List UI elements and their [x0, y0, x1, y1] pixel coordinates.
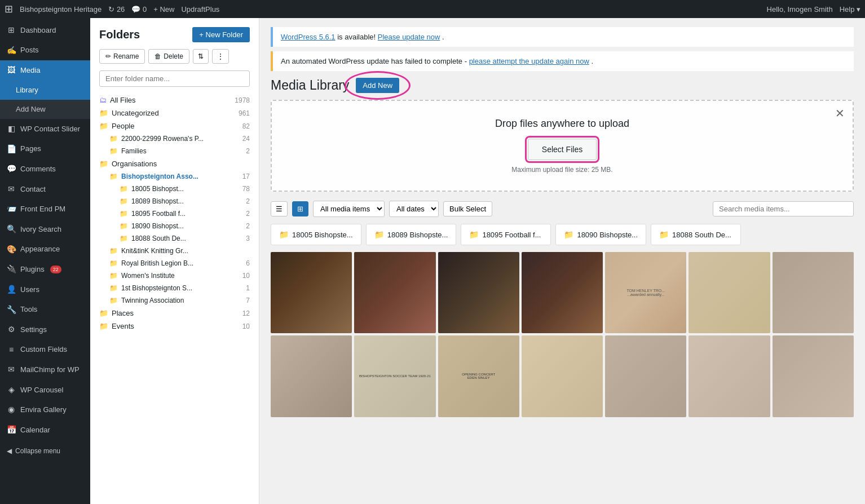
media-thumb-11[interactable] [522, 335, 603, 417]
media-thumb-1[interactable] [271, 252, 352, 333]
media-folder-18095[interactable]: 📁 18095 Football f... [461, 224, 551, 245]
media-thumb-4[interactable] [522, 252, 603, 333]
attempt-update-link[interactable]: please attempt the update again now [469, 57, 589, 65]
folder-item-uncategorized[interactable]: 📁 Uncategorized 961 [99, 107, 250, 120]
folder-item-organisations[interactable]: 📁 Organisations [99, 157, 250, 170]
more-options-button[interactable]: ⋮ [212, 49, 229, 64]
folder-item-events[interactable]: 📁 Events 10 [99, 320, 250, 333]
sidebar-item-calendar[interactable]: 📅 Calendar [0, 420, 90, 440]
media-thumb-7[interactable] [773, 252, 854, 333]
wp-version-link[interactable]: WordPress 5.6.1 [281, 33, 336, 41]
please-update-link[interactable]: Please update now [378, 33, 440, 41]
sidebar-item-front-end-pm[interactable]: 📨 Front End PM [0, 200, 90, 220]
folder-item-places[interactable]: 📁 Places 12 [99, 307, 250, 320]
tools-icon: 🔧 [7, 304, 16, 316]
subfolder-18088[interactable]: 📁 18088 South De... 3 [120, 232, 250, 245]
subfolder-18005[interactable]: 📁 18005 Bishopst... 78 [120, 183, 250, 195]
subfolder-families[interactable]: 📁 Families 2 [109, 145, 250, 157]
media-thumb-6[interactable] [689, 252, 770, 333]
sidebar-item-media[interactable]: 🖼 Media [0, 60, 90, 81]
media-thumb-9[interactable]: BISHOPSTEIGNTON SOCCER TEAM 1920-21 [354, 335, 435, 417]
sidebar-item-ivory-search[interactable]: 🔍 Ivory Search [0, 219, 90, 240]
subfolder-18090[interactable]: 📁 18090 Bishopst... 2 [120, 220, 250, 232]
grid-view-button[interactable]: ⊞ [292, 201, 308, 216]
add-new-button[interactable]: Add New [356, 78, 399, 93]
help-button[interactable]: Help ▾ [840, 5, 860, 14]
sort-button[interactable]: ⇅ [193, 49, 209, 64]
media-folder-18005[interactable]: 📁 18005 Bishopste... [271, 224, 361, 245]
sidebar-item-tools[interactable]: 🔧 Tools [0, 300, 90, 320]
pages-icon: 📄 [7, 144, 16, 155]
rename-button[interactable]: ✏ Rename [99, 49, 145, 64]
date-filter[interactable]: All dates [389, 201, 439, 217]
folders-panel: Folders + New Folder ✏ Rename 🗑 Delete ⇅… [90, 18, 259, 504]
subfolder-womens-institute[interactable]: 📁 Women's Institute 10 [109, 269, 250, 282]
user-greeting[interactable]: Hello, Imogen Smith [767, 5, 833, 14]
list-view-button[interactable]: ☰ [271, 201, 288, 216]
sidebar-item-library[interactable]: Library [0, 81, 90, 100]
sidebar-item-settings[interactable]: ⚙ Settings [0, 320, 90, 340]
update-count[interactable]: ↻ 26 [108, 5, 125, 14]
media-thumb-8[interactable] [271, 335, 352, 417]
subfolder-18095[interactable]: 📁 18095 Football f... 2 [120, 207, 250, 220]
sidebar-item-wp-contact-slider[interactable]: ◧ WP Contact Slider [0, 119, 90, 139]
media-folder-18090[interactable]: 📁 18090 Bishopste... [555, 224, 646, 245]
folder-item-all-files[interactable]: 🗂 All Files 1978 [99, 94, 250, 107]
comments-bar-item[interactable]: 💬 0 [131, 5, 147, 14]
folder-name-all-files: All Files [110, 96, 235, 104]
calendar-icon: 📅 [7, 425, 16, 436]
subfolder-twinning[interactable]: 📁 Twinning Association 7 [109, 294, 250, 307]
sidebar-item-appearance[interactable]: 🎨 Appearance [0, 240, 90, 260]
media-type-filter[interactable]: All media items [313, 201, 385, 217]
media-folder-18088[interactable]: 📁 18088 South De... [651, 224, 741, 245]
subfolder-count-royal-british: 6 [246, 259, 250, 267]
subfolder-name-18090: 18090 Bishopst... [131, 222, 246, 230]
media-thumb-14[interactable] [773, 335, 854, 417]
sidebar-item-envira-gallery[interactable]: ◉ Envira Gallery [0, 400, 90, 420]
sidebar-item-users[interactable]: 👤 Users [0, 280, 90, 300]
subfolder-bishopsteignton-asso[interactable]: 📁 Bishopsteignton Asso... 17 [109, 170, 250, 183]
sidebar-item-posts[interactable]: ✍ Posts [0, 41, 90, 61]
media-thumb-5[interactable]: TOM HENLEY TRO......awarded annually... [605, 252, 686, 333]
sidebar-item-plugins[interactable]: 🔌 Plugins 22 [0, 259, 90, 280]
subfolder-knitting[interactable]: 📁 Knit&tinK Knitting Gr... [109, 245, 250, 257]
wp-logo-icon[interactable]: ⊞ [5, 3, 13, 15]
subfolder-count-twinning: 7 [246, 297, 250, 304]
folder-search-input[interactable] [99, 70, 250, 87]
site-name[interactable]: Bishopsteignton Heritage [20, 5, 101, 14]
media-thumb-12[interactable] [605, 335, 686, 417]
sidebar-label-front-end-pm: Front End PM [20, 204, 65, 214]
delete-button[interactable]: 🗑 Delete [148, 49, 189, 64]
close-upload-button[interactable]: ✕ [835, 107, 845, 120]
sidebar-item-add-new[interactable]: Add New [0, 100, 90, 119]
media-search-input[interactable] [713, 201, 854, 216]
select-files-button[interactable]: Select Files [528, 139, 597, 160]
media-folder-18089[interactable]: 📁 18089 Bishopste... [366, 224, 457, 245]
media-thumb-13[interactable] [689, 335, 770, 417]
subfolder-icon-18005: 📁 [120, 185, 128, 193]
folder-item-people[interactable]: 📁 People 82 [99, 120, 250, 132]
sidebar-item-dashboard[interactable]: ⊞ Dashboard [0, 20, 90, 41]
subfolder-royal-british[interactable]: 📁 Royal British Legion B... 6 [109, 257, 250, 269]
bulk-select-button[interactable]: Bulk Select [443, 201, 492, 216]
new-content-bar-item[interactable]: + New [153, 5, 174, 14]
subfolder-18089[interactable]: 📁 18089 Bishopst... 2 [120, 195, 250, 207]
new-folder-button[interactable]: + New Folder [192, 27, 250, 42]
subfolder-rowenas[interactable]: 📁 22000-22999 Rowena's P... 24 [109, 132, 250, 145]
subfolder-icon-royal-british: 📁 [109, 259, 118, 267]
subfolder-1st-bishopsteignton[interactable]: 📁 1st Bishopsteignton S... 1 [109, 282, 250, 294]
sidebar-item-contact[interactable]: ✉ Contact [0, 179, 90, 200]
sidebar-item-wp-carousel[interactable]: ◈ WP Carousel [0, 380, 90, 400]
sidebar-item-mailchimp[interactable]: ✉ MailChimp for WP [0, 360, 90, 380]
media-thumb-10[interactable]: OPENING CONCERTEDEN SINLEY [438, 335, 519, 417]
media-thumb-2[interactable] [354, 252, 435, 333]
media-grid: TOM HENLEY TRO......awarded annually... … [271, 252, 854, 417]
sidebar-item-comments[interactable]: 💬 Comments [0, 159, 90, 179]
media-thumb-3[interactable] [438, 252, 519, 333]
sidebar-item-pages[interactable]: 📄 Pages [0, 139, 90, 160]
collapse-menu-button[interactable]: ◀ Collapse menu [0, 440, 90, 462]
updraftplus-bar-item[interactable]: UpdraftPlus [181, 5, 219, 14]
folder-icon-places: 📁 [99, 309, 108, 317]
media-folder-icon-18095: 📁 [469, 230, 479, 239]
sidebar-item-custom-fields[interactable]: ≡ Custom Fields [0, 340, 90, 360]
